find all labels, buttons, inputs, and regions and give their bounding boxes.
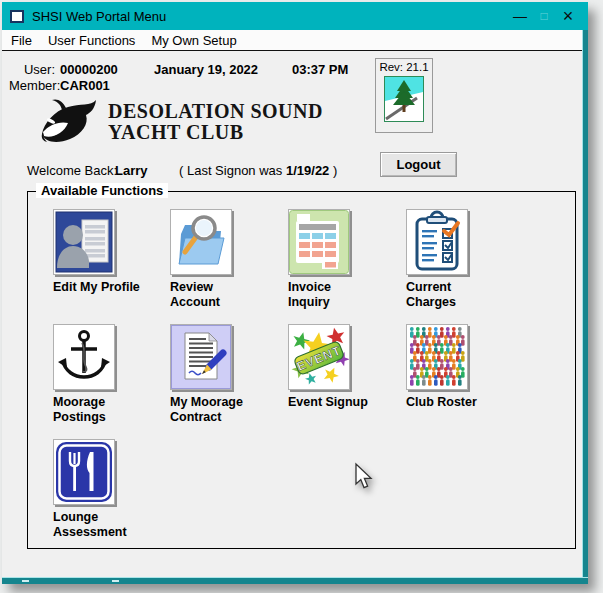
minimize-button[interactable]: — (508, 2, 532, 30)
function-label: Review Account (170, 280, 282, 310)
function-event-signup[interactable]: EVENT Event Signup (288, 324, 400, 410)
menu-bar: File User Functions My Own Setup (2, 30, 582, 51)
title-bar[interactable]: SHSI Web Portal Menu — □ × (2, 2, 588, 30)
tree-scene-icon (384, 76, 424, 122)
profile-icon[interactable] (53, 209, 115, 275)
function-label: Club Roster (406, 395, 518, 410)
function-label: Invoice Inquiry (288, 280, 400, 310)
member-value: CAR001 (60, 78, 110, 93)
menu-user-functions[interactable]: User Functions (40, 31, 143, 50)
member-row: Member:CAR001 (9, 78, 110, 93)
revision-panel: Rev: 21.1 (375, 58, 433, 133)
welcome-label: Welcome Back: (27, 163, 117, 178)
function-invoice-inquiry[interactable]: Invoice Inquiry (288, 209, 400, 310)
revision-label: Rev: 21.1 (376, 61, 432, 73)
time-text: 03:37 PM (292, 62, 348, 77)
last-signon-date: 1/19/22 (286, 163, 329, 178)
function-label: Event Signup (288, 395, 400, 410)
user-row: User:00000200 (9, 62, 118, 77)
strip-dash (22, 580, 29, 582)
mouse-cursor (352, 462, 374, 496)
window-border-bottom (2, 577, 588, 584)
dining-icon[interactable] (53, 439, 115, 505)
function-label: Moorage Postings (53, 395, 165, 425)
orca-logo-icon (38, 98, 104, 150)
function-current-charges[interactable]: Current Charges (406, 209, 518, 310)
clipboard-check-icon[interactable] (406, 209, 468, 275)
function-label: Current Charges (406, 280, 518, 310)
welcome-name: Larry (115, 163, 148, 178)
member-label: Member: (9, 78, 55, 93)
strip-dash (112, 580, 119, 582)
app-window: SHSI Web Portal Menu — □ × File User Fun… (2, 2, 588, 584)
date-text: January 19, 2022 (154, 62, 258, 77)
club-name: DESOLATION SOUND YACHT CLUB (108, 101, 323, 143)
folder-search-icon[interactable] (170, 209, 232, 275)
available-functions-group: Available Functions Edit My Profile (27, 191, 576, 549)
app-window-icon (10, 10, 24, 23)
function-lounge-assessment[interactable]: Lounge Assessment (53, 439, 165, 540)
user-value: 00000200 (60, 62, 118, 77)
club-name-line1: DESOLATION SOUND (108, 101, 323, 122)
event-stars-icon[interactable]: EVENT (288, 324, 350, 390)
function-edit-my-profile[interactable]: Edit My Profile (53, 209, 165, 295)
function-club-roster[interactable]: Club Roster (406, 324, 518, 410)
menu-file[interactable]: File (2, 31, 40, 50)
window-title: SHSI Web Portal Menu (32, 9, 166, 24)
function-label: My Moorage Contract (170, 395, 282, 425)
group-label: Available Functions (36, 183, 168, 198)
function-review-account[interactable]: Review Account (170, 209, 282, 310)
invoice-table-icon[interactable] (288, 209, 350, 275)
club-name-line2: YACHT CLUB (108, 122, 323, 143)
function-my-moorage-contract[interactable]: My Moorage Contract (170, 324, 282, 425)
contract-pencil-icon[interactable] (170, 324, 232, 390)
anchor-icon[interactable] (53, 324, 115, 390)
function-label: Edit My Profile (53, 280, 165, 295)
maximize-button[interactable]: □ (532, 2, 556, 30)
logout-button[interactable]: Logout (380, 152, 457, 177)
function-moorage-postings[interactable]: Moorage Postings (53, 324, 165, 425)
last-signon: ( Last Signon was 1/19/22 ) (179, 163, 337, 178)
window-border-right (582, 2, 588, 584)
menu-my-own-setup[interactable]: My Own Setup (143, 31, 244, 50)
user-label: User: (9, 62, 55, 77)
crowd-icon[interactable] (406, 324, 468, 390)
close-button[interactable]: × (556, 2, 580, 30)
function-label: Lounge Assessment (53, 510, 165, 540)
